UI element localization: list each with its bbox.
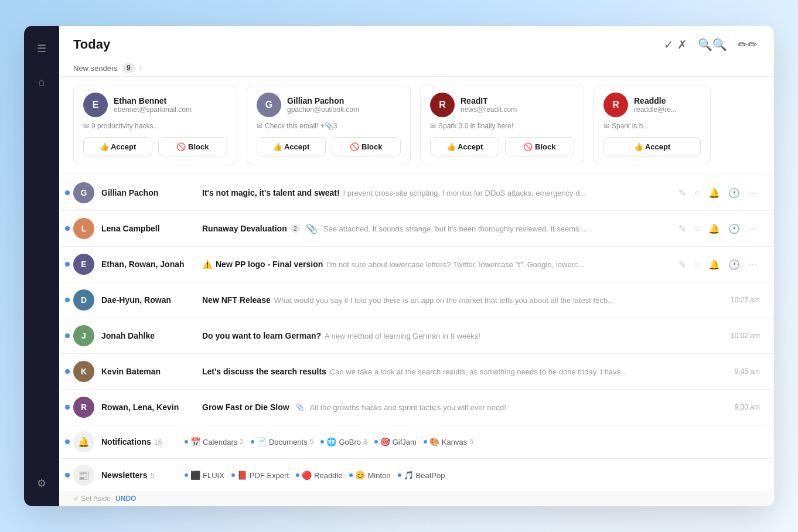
sender-email-readit: news@readit.com — [461, 105, 517, 114]
circle-icon-eg[interactable]: ○ — [692, 258, 702, 271]
accept-ethan-btn[interactable]: 👍 Accept — [83, 137, 152, 156]
sender-preview-ethan: ✉ 9 productivity hacks... — [83, 122, 227, 130]
check-action-btn[interactable]: ✓ ✗ — [661, 35, 690, 54]
email-sender-rowan-group: Rowan, Lena, Kevin — [101, 403, 195, 412]
email-sender-ethan-group: Ethan, Rowan, Jonah — [101, 260, 195, 269]
gifjam-emoji: 🎯 — [380, 437, 390, 446]
fluix-emoji: ⬛ — [190, 470, 200, 480]
newsletter-tag-readdle: 🔴 Readdle — [296, 470, 342, 480]
kanvas-label: Kanvas — [442, 438, 467, 446]
sidebar-menu-icon[interactable]: ☰ — [32, 37, 51, 60]
email-preview-daehyun: What would you say if I told you there i… — [274, 296, 614, 305]
email-content-daehyun: New NFT Release What would you say if I … — [202, 295, 719, 305]
sender-card-header: E Ethan Bennet ebennet@sparkmail.com — [83, 93, 227, 117]
beatpop-emoji: 🎵 — [404, 470, 414, 480]
accept-readdle-btn[interactable]: 👍 Accept — [603, 137, 701, 156]
email-content-gillian: It's not magic, it's talent and sweat! I… — [202, 188, 669, 197]
sender-card-readdle[interactable]: R Readdle readdle@re... ✉ Spark is h... … — [594, 84, 711, 165]
notif-tag-kanvas: 🎨 Kanvas 5 — [424, 437, 473, 446]
email-subject-rowan-group: Grow Fast or Die Slow — [202, 403, 289, 412]
email-content-ethan-group: ⚠️ New PP logo - Final version I'm not s… — [202, 260, 669, 269]
readdle-nl-label: Readdle — [314, 471, 342, 480]
sender-card-gillian[interactable]: G Gillian Pachon gpachon@outlook.com ✉ C… — [247, 84, 411, 165]
search-btn[interactable]: 🔍🔍 — [695, 35, 729, 54]
accept-readit-btn[interactable]: 👍 Accept — [430, 137, 499, 156]
email-row-rowan-group[interactable]: R Rowan, Lena, Kevin Grow Fast or Die Sl… — [59, 390, 774, 425]
accept-gillian-btn[interactable]: 👍 Accept — [257, 137, 326, 156]
email-subject-lena: Runaway Devaluation — [202, 224, 287, 233]
sender-card-readit[interactable]: R ReadIT news@readit.com ✉ Spark 3.0 is … — [420, 84, 584, 165]
edit-icon-lena[interactable]: ✎ — [676, 222, 688, 236]
sender-preview-readdle: ✉ Spark is h... — [603, 122, 701, 130]
notifications-icon: 🔔 — [73, 431, 94, 452]
circle-icon[interactable]: ○ — [692, 186, 702, 199]
sender-avatar-readit: R — [430, 93, 455, 117]
notif-tag-calendars: 📅 Calendars 2 — [185, 437, 244, 446]
email-subject-gillian: It's not magic, it's talent and sweat! — [202, 188, 340, 197]
notifications-row[interactable]: 🔔 Notifications 16 📅 Calendars 2 📄 Docum… — [59, 425, 774, 459]
email-row-gillian[interactable]: G Gillian Pachon It's not magic, it's ta… — [59, 175, 774, 211]
edit-btn[interactable]: ✏✏ — [735, 35, 760, 54]
new-senders-label: New senders — [73, 64, 118, 73]
sender-avatar-gillian: G — [257, 93, 281, 117]
sender-avatar-readdle: R — [603, 93, 628, 117]
email-row-kevin[interactable]: K Kevin Bateman Let's discuss the search… — [59, 354, 774, 390]
undo-button[interactable]: UNDO — [115, 495, 136, 503]
block-ethan-btn[interactable]: 🚫 Block — [158, 137, 227, 156]
email-subject-ethan-group: New PP logo - Final version — [216, 260, 323, 269]
email-row-jonah[interactable]: J Jonah Dahlke Do you want to learn Germ… — [59, 318, 774, 354]
email-row-ethan-group[interactable]: E Ethan, Rowan, Jonah ⚠️ New PP logo - F… — [59, 247, 774, 282]
main-content: Today ✓ ✗ 🔍🔍 ✏✏ New senders 9 › E — [59, 26, 774, 506]
email-row-daehyun[interactable]: D Dae-Hyun, Rowan New NFT Release What w… — [59, 282, 774, 318]
pin-icon-lena[interactable]: 🔔 — [706, 222, 722, 236]
email-time-daehyun: 10:27 am — [731, 296, 760, 304]
notif-tag-gobro: 🌐 GoBro 3 — [320, 437, 367, 446]
more-icon[interactable]: ⋯ — [746, 186, 760, 200]
sender-card-ethan[interactable]: E Ethan Bennet ebennet@sparkmail.com ✉ 9… — [73, 84, 237, 165]
edit-icon[interactable]: ✎ — [676, 186, 688, 200]
sender-preview-gillian: ✉ Check this email! +📎3 — [257, 122, 401, 130]
email-list: G Gillian Pachon It's not magic, it's ta… — [59, 175, 774, 506]
pin-icon-eg[interactable]: 🔔 — [706, 258, 722, 271]
sidebar: ☰ ⌂ ⚙ — [24, 26, 59, 506]
tag-dot-gobro — [320, 440, 324, 444]
circle-icon-lena[interactable]: ○ — [692, 222, 702, 235]
sidebar-home-icon[interactable]: ⌂ — [34, 71, 50, 93]
clock-icon-eg[interactable]: 🕐 — [726, 258, 742, 271]
pin-icon[interactable]: 🔔 — [706, 186, 722, 200]
email-preview-rowan-group: All the growths hacks and sprint tactics… — [310, 403, 506, 412]
tag-dot-kanvas — [424, 440, 427, 444]
new-senders-chevron[interactable]: › — [139, 64, 142, 72]
tag-dot-beatpop — [398, 473, 401, 477]
kanvas-emoji: 🎨 — [429, 437, 439, 446]
sidebar-settings-icon[interactable]: ⚙ — [32, 472, 51, 495]
more-icon-eg[interactable]: ⋯ — [746, 258, 760, 271]
email-preview-ethan-group: I'm not sure about lowercase letters? Tw… — [326, 260, 584, 269]
set-aside-bar: ✓ Set Aside UNDO — [59, 492, 774, 506]
sender-actions-readit: 👍 Accept 🚫 Block — [430, 137, 574, 156]
email-avatar-lena: L — [73, 218, 94, 239]
clock-icon[interactable]: 🕐 — [726, 186, 742, 200]
sender-actions-ethan: 👍 Accept 🚫 Block — [83, 137, 227, 156]
sender-name-gillian: Gillian Pachon — [287, 96, 359, 105]
notif-tag-documents: 📄 Documents 5 — [251, 437, 313, 446]
block-gillian-btn[interactable]: 🚫 Block — [332, 137, 401, 156]
sender-card-header-readdle: R Readdle readdle@re... — [603, 93, 701, 117]
email-avatar-kevin: K — [73, 361, 94, 382]
newsletters-tags: ⬛ FLUIX 📕 PDF Expert 🔴 Readdle — [185, 470, 760, 480]
more-icon-lena[interactable]: ⋯ — [746, 222, 760, 236]
newsletters-row[interactable]: 📰 Newsletters 5 ⬛ FLUIX 📕 PDF Expert — [59, 459, 774, 492]
sender-card-header-gillian: G Gillian Pachon gpachon@outlook.com — [257, 93, 401, 117]
clock-icon-lena[interactable]: 🕐 — [726, 222, 742, 236]
block-readit-btn[interactable]: 🚫 Block — [505, 137, 574, 156]
email-preview-kevin: Can we take a look at the search results… — [330, 367, 628, 376]
sender-info-readdle: Readdle readdle@re... — [634, 96, 677, 114]
email-row-lena[interactable]: L Lena Campbell Runaway Devaluation 2 📎 … — [59, 211, 774, 247]
edit-icon-eg[interactable]: ✎ — [676, 258, 688, 271]
notifications-tags: 📅 Calendars 2 📄 Documents 5 🌐 GoBro — [185, 437, 760, 446]
sender-email-gillian: gpachon@outlook.com — [287, 105, 359, 114]
header-actions: ✓ ✗ 🔍🔍 ✏✏ — [661, 35, 760, 54]
sender-preview-readit: ✉ Spark 3.0 is finally here! — [430, 122, 574, 130]
newsletters-count: 5 — [149, 472, 155, 480]
sender-email-readdle: readdle@re... — [634, 105, 677, 114]
